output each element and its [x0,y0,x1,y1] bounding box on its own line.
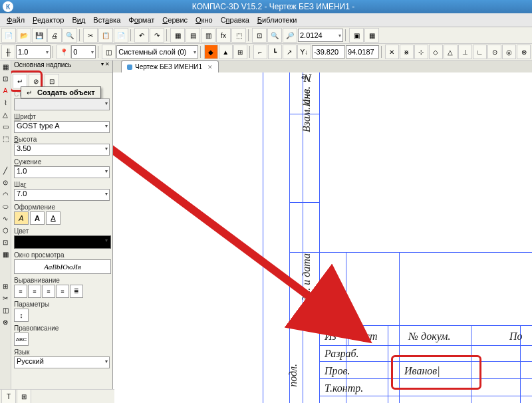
cut-icon[interactable]: ✂ [83,28,98,43]
menu-window[interactable]: Окно [192,15,217,25]
tool-icon[interactable]: ╱ [1,167,10,176]
lineweight-combo[interactable]: 1.0 [16,45,51,59]
zoom-fit-icon[interactable]: ⊡ [252,28,267,43]
tool-icon[interactable]: ▦ [1,63,10,72]
undo-icon[interactable]: ↶ [134,28,149,43]
tool-icon[interactable]: ◠ [1,191,10,200]
style-combo[interactable] [14,98,110,110]
close-tab-icon[interactable]: ✕ [207,64,213,70]
coord-y[interactable] [346,45,379,59]
snap-icon[interactable]: ◇ [429,45,443,59]
layer-combo[interactable]: Системный слой (0) [116,45,198,59]
izm-label: Из [325,331,336,342]
step-combo[interactable]: 7.0 [14,189,110,201]
spell-button[interactable]: ABC [14,333,29,346]
tb-icon[interactable]: ⊞ [233,45,247,59]
menu-view[interactable]: Вид [68,15,89,25]
tool-icon[interactable]: A [1,87,10,96]
tool-icon[interactable]: ⬭ [1,203,10,212]
tool-icon[interactable]: ✂ [1,295,10,304]
align-center[interactable]: ≡ [28,285,41,298]
tool-icon[interactable]: △ [1,111,10,120]
tool-icon[interactable]: ⊡ [1,75,10,84]
new-icon[interactable]: 📄 [1,28,16,43]
preview-icon[interactable]: 🔍 [63,28,77,43]
bt-icon[interactable]: T [1,389,16,403]
tb-icon[interactable]: ▦ [364,28,379,43]
zoom-in-icon[interactable]: 🔍 [267,28,282,43]
coord-x[interactable] [312,45,345,59]
menu-edit[interactable]: Редактор [29,15,68,25]
italic-button[interactable]: A [14,211,29,225]
decoration-label: Оформление [14,203,110,211]
menu-lib[interactable]: Библиотеки [253,15,301,25]
tool-icon[interactable]: ⊗ [1,319,10,328]
align-left[interactable]: ≡ [14,285,27,298]
save-icon[interactable]: 💾 [32,28,47,43]
tb-icon[interactable]: Y↓ [297,45,311,59]
height-combo[interactable]: 3.50 [14,144,110,156]
menu-insert[interactable]: Вставка [89,15,124,25]
menu-help[interactable]: Справка [217,15,253,25]
snap-icon[interactable]: △ [444,45,458,59]
menu-file[interactable]: Файл [3,15,29,25]
snap-icon[interactable]: ⊙ [487,45,501,59]
tool-icon[interactable]: ⬚ [1,135,10,144]
snap-icon[interactable]: ⋇ [400,45,414,59]
zoom-combo[interactable]: 2.0124 [298,29,343,42]
align-btn[interactable]: ≣ [70,285,83,298]
color-picker[interactable] [14,235,111,249]
menu-service[interactable]: Сервис [158,15,192,25]
lang-combo[interactable]: Русский [14,356,110,368]
snap-icon[interactable]: ∟ [473,45,487,59]
tb-icon[interactable]: ╫ [1,45,15,59]
step-combo[interactable]: 0 [71,45,96,59]
anchor-icon[interactable]: 📍 [57,45,70,59]
tool-icon[interactable]: ∿ [1,215,10,224]
color-icon[interactable]: ◆ [204,45,218,59]
tool-icon[interactable]: ⬡ [1,227,10,236]
snap-icon[interactable]: ◎ [502,45,516,59]
tool-icon[interactable]: ◫ [1,307,10,316]
redo-icon[interactable]: ↷ [150,28,164,43]
align-justify[interactable]: ≡ [56,285,69,298]
tb-icon[interactable]: ▤ [186,28,200,43]
params-button[interactable]: ↕ [14,309,29,322]
snap-icon[interactable]: ⊥ [458,45,472,59]
bold-button[interactable]: A [30,211,45,225]
tool-icon[interactable]: ▭ [1,123,10,132]
print-icon[interactable]: 🖨 [47,28,62,43]
fx-icon[interactable]: fx [216,28,231,43]
bt-icon[interactable]: ⊞ [17,389,31,403]
tb-icon[interactable]: ⌐ [253,45,267,59]
document-tab[interactable]: Чертеж БЕЗ ИМЕНИ1 ✕ [121,61,219,72]
copy-icon[interactable]: 📋 [98,28,113,43]
layers-icon[interactable]: ◫ [102,45,116,59]
tb-icon[interactable]: ↗ [283,45,297,59]
tool-icon[interactable]: ⊙ [1,179,10,188]
var-icon[interactable]: ⬚ [231,28,246,43]
tool-icon[interactable]: ⊡ [1,239,10,248]
align-right[interactable]: ≡ [42,285,55,298]
open-icon[interactable]: 📂 [17,28,31,43]
font-combo[interactable]: GOST type A [14,121,110,133]
snap-icon[interactable]: ⊹ [414,45,428,59]
drawing-area[interactable]: Инв. № Взам. инв. № Подп. и дата подл. И… [113,72,532,403]
paste-icon[interactable]: 📄 [114,28,128,43]
tool-icon[interactable]: ▦ [1,251,10,260]
tb-icon[interactable]: ┗ [268,45,282,59]
tool-icon[interactable]: ⊞ [1,283,10,292]
tb-icon[interactable]: ▲ [219,45,233,59]
snap-icon[interactable]: ⊗ [517,45,531,59]
menu-format[interactable]: Формат [124,15,158,25]
canvas[interactable]: Чертеж БЕЗ ИМЕНИ1 ✕ Инв. № Вз [113,61,532,403]
zoom-out-icon[interactable]: 🔎 [283,28,297,43]
snap-icon[interactable]: ✕ [385,45,399,59]
ctx-create-object[interactable]: ↵Создать объект [21,87,100,98]
tb-icon[interactable]: ▥ [201,28,215,43]
tb-icon[interactable]: ▦ [170,28,185,43]
tb-icon[interactable]: ▣ [349,28,364,43]
narrow-combo[interactable]: 1.0 [14,166,110,178]
underline-button[interactable]: A [46,211,61,225]
tool-icon[interactable]: ⌇ [1,99,10,108]
